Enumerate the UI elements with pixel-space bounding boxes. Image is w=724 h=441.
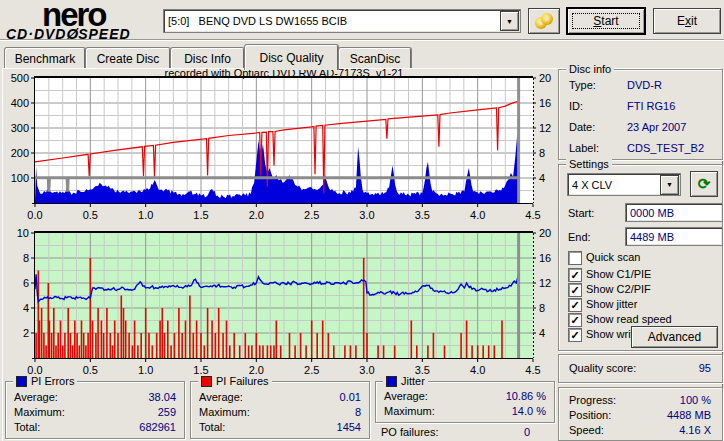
nero-logo: nero CD·DVDØSPEED <box>6 2 162 40</box>
refresh-icon: ⟳ <box>698 177 711 191</box>
header-divider <box>0 39 724 41</box>
disc-type-value: DVD-R <box>627 79 662 91</box>
check-icon: ✓ <box>570 300 579 310</box>
show-jitter-checkbox[interactable]: ✓ <box>568 298 582 312</box>
svg-text:0.5: 0.5 <box>83 364 98 376</box>
stat-label: Maximum: <box>14 406 65 418</box>
advanced-button[interactable]: Advanced <box>631 326 718 348</box>
svg-text:4.5: 4.5 <box>525 209 540 221</box>
svg-text:10: 10 <box>17 227 29 239</box>
svg-text:4: 4 <box>539 172 545 184</box>
speed-select-dropdown-button[interactable]: ▼ <box>660 175 679 195</box>
check-icon: ✓ <box>570 285 579 295</box>
show-write-speed-checkbox[interactable]: ✓ <box>568 328 582 342</box>
svg-text:8: 8 <box>23 252 29 264</box>
jitter-stats-box: Jitter Average:10.86 % Maximum:14.0 % <box>375 381 555 423</box>
stat-value: 682961 <box>84 421 176 433</box>
tab-disc-quality[interactable]: Disc Quality <box>244 44 339 70</box>
po-failures-value: 0 <box>420 426 530 438</box>
tab-scandisc[interactable]: ScanDisc <box>338 47 412 69</box>
discs-icon <box>534 13 554 29</box>
drive-select-dropdown-button[interactable]: ▼ <box>500 11 519 31</box>
svg-text:200: 200 <box>11 147 29 159</box>
show-c2-pif-checkbox[interactable]: ✓ <box>568 283 582 297</box>
pi-errors-legend: PI Errors <box>13 375 77 387</box>
svg-text:4.0: 4.0 <box>470 364 485 376</box>
pi-failures-swatch-icon <box>201 376 212 387</box>
start-position-field[interactable]: 0000 MB <box>625 203 723 222</box>
svg-text:1.0: 1.0 <box>138 364 153 376</box>
quality-score-label: Quality score: <box>569 362 636 374</box>
svg-text:3.0: 3.0 <box>359 364 374 376</box>
chevron-down-icon: ▼ <box>666 181 673 188</box>
svg-text:4.5: 4.5 <box>525 364 540 376</box>
speed-select-value: 4 X CLV <box>568 179 659 191</box>
disc-info-title: Disc info <box>566 63 614 75</box>
check-icon: ✓ <box>570 330 579 340</box>
svg-text:4.0: 4.0 <box>470 209 485 221</box>
svg-text:300: 300 <box>11 122 29 134</box>
speed-select[interactable]: 4 X CLV ▼ <box>567 173 681 196</box>
chevron-down-icon: ▼ <box>506 18 513 25</box>
start-button[interactable]: Start <box>567 8 645 34</box>
svg-text:2.0: 2.0 <box>249 209 264 221</box>
nero-cd-dvd-speed-window: nero CD·DVDØSPEED [5:0] BENQ DVD LS DW16… <box>0 0 724 441</box>
svg-text:400: 400 <box>11 97 29 109</box>
check-icon: ✓ <box>570 270 579 280</box>
svg-text:8: 8 <box>539 302 545 314</box>
exit-button[interactable]: Exit <box>653 8 721 34</box>
svg-text:2.5: 2.5 <box>304 209 319 221</box>
tab-disc-info[interactable]: Disc Info <box>170 47 245 69</box>
drive-select[interactable]: [5:0] BENQ DVD LS DW1655 BCIB ▼ <box>163 9 521 33</box>
check-icon: ✓ <box>570 315 579 325</box>
disc-info-box: Disc info Type:DVD-R ID:FTI RG16 Date:23… <box>558 69 723 160</box>
svg-text:12: 12 <box>539 277 551 289</box>
progress-value: 100 % <box>639 394 711 406</box>
quick-scan-checkbox[interactable]: ✓ <box>568 251 582 265</box>
show-read-speed-checkbox[interactable]: ✓ <box>568 313 582 327</box>
svg-text:1.0: 1.0 <box>138 209 153 221</box>
refresh-button[interactable]: ⟳ <box>690 171 718 197</box>
settings-title: Settings <box>566 158 612 170</box>
pi-errors-stats-box: PI Errors Average:38.04 Maximum:259 Tota… <box>5 381 185 439</box>
svg-text:4: 4 <box>23 302 29 314</box>
start-field-label: Start: <box>568 207 594 219</box>
svg-text:16: 16 <box>539 252 551 264</box>
disc-date-value: 23 Apr 2007 <box>627 121 686 133</box>
disc-label-value: CDS_TEST_B2 <box>627 142 704 154</box>
svg-text:12: 12 <box>539 122 551 134</box>
tab-benchmark[interactable]: Benchmark <box>4 47 86 69</box>
position-value: 4488 MB <box>639 409 711 421</box>
svg-text:2: 2 <box>23 327 29 339</box>
svg-text:20: 20 <box>539 72 551 84</box>
end-position-field[interactable]: 4489 MB <box>625 227 723 246</box>
svg-text:2.5: 2.5 <box>304 364 319 376</box>
svg-text:3.5: 3.5 <box>415 209 430 221</box>
svg-text:500: 500 <box>11 72 29 84</box>
stat-value: 38.04 <box>84 391 176 403</box>
svg-text:3.0: 3.0 <box>359 209 374 221</box>
jitter-swatch-icon <box>386 376 397 387</box>
pi-errors-chart: 500400300200100201612840.00.51.01.52.02.… <box>0 74 556 224</box>
svg-text:20: 20 <box>539 227 551 239</box>
svg-text:0.5: 0.5 <box>83 209 98 221</box>
svg-text:0.0: 0.0 <box>27 209 42 221</box>
disc-info-button[interactable] <box>528 8 560 34</box>
svg-text:1.5: 1.5 <box>193 209 208 221</box>
drive-select-value: [5:0] BENQ DVD LS DW1655 BCIB <box>164 15 499 27</box>
stat-label: Average: <box>14 391 58 403</box>
svg-text:100: 100 <box>11 172 29 184</box>
tab-create-disc[interactable]: Create Disc <box>85 47 171 69</box>
stat-label: Total: <box>14 421 40 433</box>
quality-score-value: 95 <box>649 362 711 374</box>
end-field-label: End: <box>568 231 591 243</box>
pi-failures-legend: PI Failures <box>198 375 272 387</box>
pif-jitter-chart: 108642201612840.00.51.01.52.02.53.03.54.… <box>0 229 556 379</box>
svg-text:4: 4 <box>539 327 545 339</box>
disc-id-value: FTI RG16 <box>627 100 675 112</box>
show-c1-pie-checkbox[interactable]: ✓ <box>568 268 582 282</box>
stat-value: 259 <box>84 406 176 418</box>
quality-score-box: Quality score: 95 <box>558 354 723 383</box>
pi-errors-swatch-icon <box>16 376 27 387</box>
jitter-legend: Jitter <box>383 375 428 387</box>
